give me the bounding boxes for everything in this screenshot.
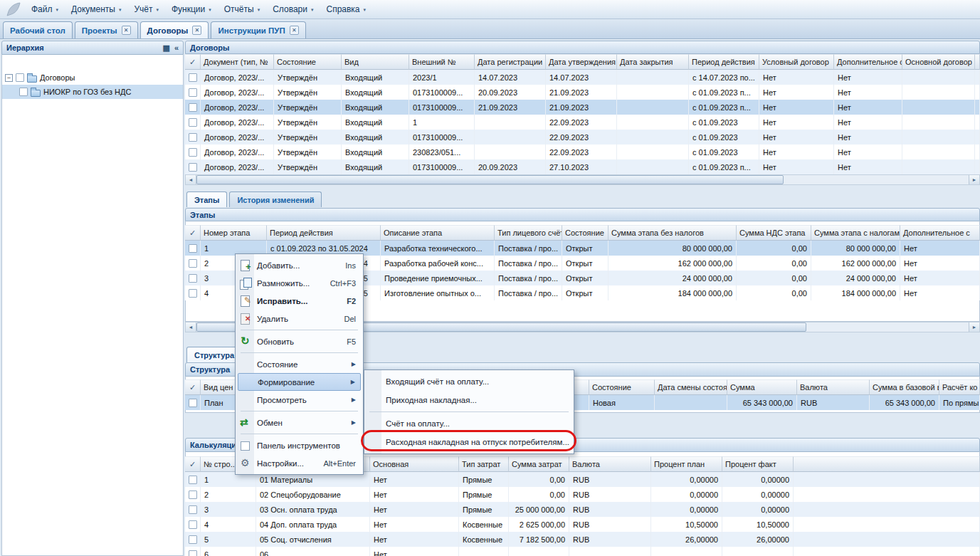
menu-item[interactable]: Добавить...Ins <box>238 256 361 274</box>
column-header[interactable]: Номер этапа <box>201 225 267 241</box>
column-header[interactable]: Сумма НДС этапа <box>737 225 811 241</box>
column-header[interactable]: Дата регистрации <box>475 54 546 70</box>
menu-item[interactable]: Формирование▶ <box>238 373 361 391</box>
row-checkbox[interactable] <box>189 244 197 253</box>
tree-node-niokr[interactable]: НИОКР по ГОЗ без НДС <box>2 85 183 99</box>
contracts-hscrollbar[interactable]: ◄ ► <box>185 174 980 185</box>
column-header[interactable]: Дата смены состоя <box>655 379 727 395</box>
tab-change-history[interactable]: История изменений <box>229 192 322 207</box>
tab-structure[interactable]: Структура <box>186 347 242 362</box>
column-header[interactable]: Внешний № <box>409 54 475 70</box>
row-checkbox[interactable] <box>189 535 197 544</box>
close-icon[interactable]: ✕ <box>122 26 131 35</box>
collapse-panel-icon[interactable]: « <box>174 43 179 52</box>
column-header[interactable] <box>794 456 980 472</box>
menu-item[interactable]: Обмен▶ <box>238 414 361 431</box>
column-header[interactable]: Основной договор <box>902 54 975 70</box>
column-header[interactable]: Дата закрытия <box>617 54 689 70</box>
table-row[interactable]: 505 Соц. отчисленияНетКосвенные7 182 500… <box>185 532 980 547</box>
table-row[interactable]: Договор, 2023/...УтверждёнВходящий017310… <box>185 100 980 115</box>
table-row[interactable]: 606Нет <box>185 547 980 556</box>
row-checkbox[interactable] <box>189 73 197 82</box>
tree-checkbox[interactable] <box>16 73 24 82</box>
select-all-header[interactable]: ✓ <box>185 54 201 70</box>
column-header[interactable]: Дата утверждения <box>546 54 617 70</box>
row-checkbox[interactable] <box>189 133 197 142</box>
row-checkbox[interactable] <box>189 505 197 514</box>
column-header[interactable]: Основная <box>370 456 459 472</box>
menu-item[interactable]: Счёт на оплату... <box>367 414 571 433</box>
column-header[interactable]: Вид <box>342 54 409 70</box>
column-header[interactable]: Условный договор <box>759 54 834 70</box>
column-header[interactable]: Состояние <box>274 54 342 70</box>
table-row[interactable]: Договор, 2023/...УтверждёнВходящий017310… <box>185 85 980 100</box>
column-header[interactable]: Сумма этапа с налогами <box>811 225 900 241</box>
table-row[interactable]: Договор, 2023/...УтверждёнВходящий122.09… <box>185 115 980 130</box>
tree-expander-icon[interactable]: − <box>5 74 13 82</box>
tab-stages[interactable]: Этапы <box>186 192 227 207</box>
column-header[interactable] <box>975 54 980 70</box>
tab-instructions[interactable]: Инструкции ПУП✕ <box>211 21 305 38</box>
scroll-left-icon[interactable]: ◄ <box>186 175 196 184</box>
row-checkbox[interactable] <box>189 118 197 127</box>
row-checkbox[interactable] <box>189 399 197 407</box>
menu-help[interactable]: Справка▾ <box>320 2 372 16</box>
menu-dictionaries[interactable]: Словари▾ <box>266 2 320 16</box>
menu-item[interactable]: Панель инструментов <box>238 436 361 454</box>
column-header[interactable]: Состояние <box>562 225 608 241</box>
tab-desktop[interactable]: Рабочий стол <box>3 21 73 38</box>
column-header[interactable]: Состояние <box>589 379 655 395</box>
column-header[interactable]: Процент факт <box>722 456 794 472</box>
table-row[interactable]: 202 СпецоборудованиеНетПрямые0,00RUB0,00… <box>185 487 980 502</box>
column-header[interactable]: Тип затрат <box>459 456 509 472</box>
column-header[interactable]: Процент план <box>651 456 722 472</box>
column-header[interactable]: Сумма <box>727 379 797 395</box>
menu-item[interactable]: Размножить...Ctrl+F3 <box>238 274 361 292</box>
scroll-left-icon[interactable]: ◄ <box>186 322 196 332</box>
menu-functions[interactable]: Функции▾ <box>165 2 218 16</box>
scrollbar-thumb[interactable] <box>196 175 784 184</box>
menu-item[interactable]: Состояние▶ <box>238 355 361 373</box>
column-header[interactable]: Валюта <box>569 456 651 472</box>
row-checkbox[interactable] <box>189 491 197 499</box>
column-header[interactable]: Дополнительное с <box>900 225 980 241</box>
column-header[interactable]: Документ (тип, № <box>201 54 274 70</box>
menu-item[interactable]: Входящий счёт на оплату... <box>367 372 571 391</box>
tab-contracts[interactable]: Договоры✕ <box>140 21 209 38</box>
menu-file[interactable]: Файл▾ <box>25 2 65 16</box>
column-header[interactable]: Сумма этапа без налогов <box>608 225 737 241</box>
menu-item[interactable]: Просмотреть▶ <box>238 391 361 409</box>
table-row[interactable]: Договор, 2023/...УтверждёнВходящий230823… <box>185 145 980 159</box>
row-checkbox[interactable] <box>189 550 197 556</box>
column-header[interactable]: Тип лицевого счёт <box>495 225 562 241</box>
scroll-right-icon[interactable]: ► <box>969 175 979 184</box>
menu-item[interactable]: УдалитьDel <box>238 310 361 327</box>
row-checkbox[interactable] <box>189 148 197 157</box>
menu-reports[interactable]: Отчёты▾ <box>218 2 266 16</box>
column-header[interactable]: Описание этапа <box>381 225 495 241</box>
column-header[interactable]: Период действия <box>689 54 759 70</box>
row-checkbox[interactable] <box>189 103 197 112</box>
row-checkbox[interactable] <box>189 289 197 298</box>
tree-checkbox[interactable] <box>19 88 28 96</box>
row-checkbox[interactable] <box>189 476 197 484</box>
table-row[interactable]: 303 Осн. оплата трудаНетПрямые25 000 000… <box>185 502 980 517</box>
menu-item[interactable]: Приходная накладная... <box>367 391 571 409</box>
column-header[interactable]: Расчёт ко <box>939 379 980 395</box>
tree-node-contracts[interactable]: − Договоры <box>2 70 183 85</box>
close-icon[interactable]: ✕ <box>192 26 201 35</box>
column-header[interactable]: Сумма затрат <box>509 456 569 472</box>
column-header[interactable]: Валюта <box>797 379 870 395</box>
column-header[interactable]: Дополнительное с <box>834 54 902 70</box>
table-row[interactable]: Договор, 2023/...УтверждёнВходящий017310… <box>185 159 980 174</box>
select-all-header[interactable]: ✓ <box>185 225 201 241</box>
row-checkbox[interactable] <box>189 88 197 97</box>
tab-projects[interactable]: Проекты✕ <box>75 21 138 38</box>
table-row[interactable]: Договор, 2023/...УтверждёнВходящий017310… <box>185 130 980 145</box>
row-checkbox[interactable] <box>189 520 197 529</box>
menu-item[interactable]: Исправить...F2 <box>238 292 361 310</box>
row-checkbox[interactable] <box>189 163 197 172</box>
select-all-header[interactable]: ✓ <box>185 379 201 395</box>
column-header[interactable]: Период действия <box>267 225 381 241</box>
menu-item[interactable]: Расходная накладная на отпуск потребител… <box>367 433 571 451</box>
